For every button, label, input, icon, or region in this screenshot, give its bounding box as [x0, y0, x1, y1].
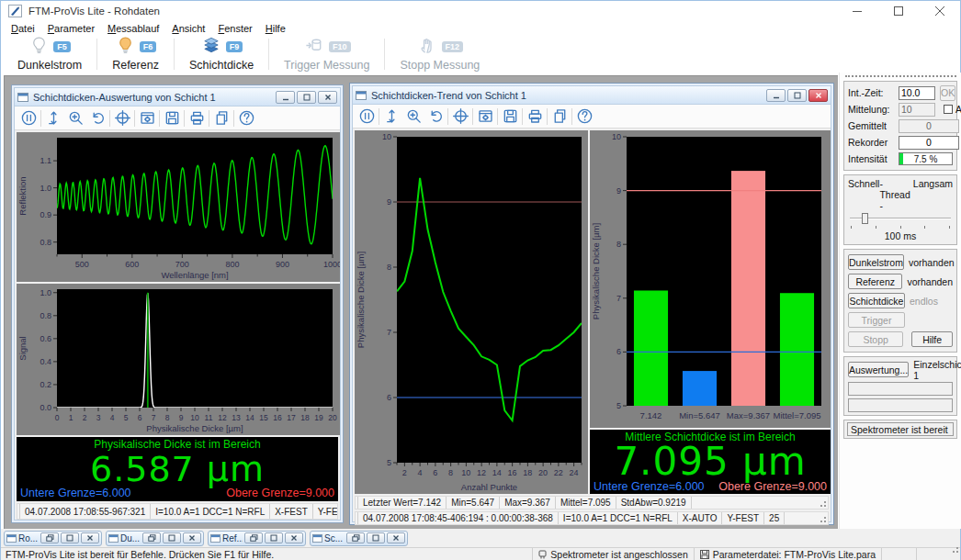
dock-gripper[interactable]	[845, 75, 956, 77]
svg-text:10: 10	[190, 413, 199, 422]
trend-statistics-status-bar: Letzter Wert=7.142Min=5.647Max=9.367Mitt…	[355, 496, 829, 510]
svg-text:700: 700	[175, 260, 189, 269]
auswertung-button[interactable]: Auswertung...	[848, 362, 909, 377]
trigger-button[interactable]: Trigger	[848, 312, 905, 328]
chart-toolbar-crosshair-icon[interactable]	[111, 108, 133, 129]
hilfe-button[interactable]: Hilfe	[911, 331, 953, 347]
mittelung-input[interactable]	[899, 103, 935, 117]
stopp-messung-button[interactable]: F12Stopp Messung	[387, 36, 492, 73]
child-minimize-icon[interactable]	[766, 89, 786, 102]
dunkelstrom-button[interactable]: Dunkelstrom	[848, 254, 904, 270]
maximize-icon[interactable]	[877, 1, 919, 21]
menu-item-messablauf[interactable]: Messablauf	[101, 22, 165, 35]
ok-button[interactable]: OK	[940, 85, 955, 101]
stopp-button[interactable]: Stopp	[848, 331, 903, 347]
child-titlebar[interactable]: Schichtdicken-Auswertung von Schicht 1	[15, 88, 340, 106]
chart-toolbar-pause-icon[interactable]	[17, 108, 40, 129]
close-icon[interactable]	[81, 532, 99, 543]
speed-slider[interactable]	[850, 212, 951, 225]
chart-toolbar-save-icon[interactable]	[499, 106, 521, 127]
schichtdicke-button[interactable]: Schichtdicke	[848, 293, 905, 308]
window-schichtdicken-trend[interactable]: Schichtdicken-Trend von Schicht 1 567891…	[349, 83, 834, 525]
chart-toolbar-copy-icon[interactable]	[548, 106, 571, 127]
chart-toolbar-help-icon[interactable]	[573, 106, 595, 127]
maximize-icon[interactable]	[367, 532, 385, 543]
chart-toolbar-chart-settings-icon[interactable]	[474, 106, 496, 127]
schichtdicke-button[interactable]: F9Schichtdicke	[176, 36, 266, 73]
menu-item-ansicht[interactable]: Ansicht	[165, 22, 211, 35]
maximize-icon[interactable]	[61, 532, 79, 543]
toolbar-separator	[268, 39, 269, 70]
window-schichtdicken-auswertung[interactable]: Schichtdicken-Auswertung von Schicht 1 0…	[11, 84, 344, 523]
status-segment: 04.07.2008 17:08:55-967:321	[19, 504, 151, 519]
menu-item-datei[interactable]: Datei	[5, 22, 41, 35]
titlebar: FTM-ProVis Lite - Rohdaten	[1, 1, 960, 21]
referenz-button[interactable]: F6Referenz	[99, 36, 172, 73]
chart-toolbar-pause-icon[interactable]	[356, 106, 378, 127]
chart-toolbar-zoom-in-icon[interactable]	[64, 108, 86, 129]
thickness-statistics-bar-chart: 56789107.142Min=5.647Max=9.367Mittel=7.0…	[590, 130, 831, 428]
chart-toolbar-chart-settings-icon[interactable]	[136, 108, 158, 129]
trigger-messung-button[interactable]: F10Trigger Messung	[271, 36, 382, 73]
an-checkbox[interactable]	[944, 105, 953, 114]
minimize-icon[interactable]	[836, 1, 877, 21]
svg-text:Max=9.367: Max=9.367	[727, 410, 770, 420]
close-icon[interactable]	[183, 532, 201, 543]
child-titlebar[interactable]: Schichtdicken-Trend von Schicht 1	[353, 86, 831, 105]
minimized-window-sc[interactable]: Sc...	[310, 531, 408, 546]
chart-toolbar-help-icon[interactable]	[235, 108, 257, 129]
restore-icon[interactable]	[40, 532, 59, 543]
restore-icon[interactable]	[346, 532, 365, 543]
rekorder-input[interactable]	[899, 136, 959, 150]
close-icon[interactable]	[387, 532, 405, 543]
close-icon[interactable]	[285, 532, 303, 543]
int-zeit-input[interactable]	[899, 86, 935, 100]
chart-window-icon	[210, 534, 220, 543]
svg-text:9: 9	[179, 413, 184, 422]
referenz-button[interactable]: Referenz	[848, 274, 902, 289]
chart-toolbar-crosshair-icon[interactable]	[449, 106, 471, 127]
maximize-icon[interactable]	[265, 532, 283, 543]
status-segment: X-AUTO	[678, 512, 723, 524]
minimized-window-ref[interactable]: Ref...	[208, 531, 306, 546]
speed-slider-group: Schnell - Thread - Langsam 100 ms	[843, 174, 957, 245]
chart-toolbar-fit-vertical-icon[interactable]	[380, 106, 402, 127]
resize-grip[interactable]	[819, 512, 828, 524]
chart-toolbar-undo-icon[interactable]	[424, 106, 447, 127]
chart-toolbar-print-icon[interactable]	[524, 106, 546, 127]
slider-ticks	[848, 226, 953, 229]
maximize-icon[interactable]	[163, 532, 181, 543]
slider-slow-label: Langsam	[913, 178, 953, 211]
restore-icon[interactable]	[244, 532, 263, 543]
auswertung-status: Einzelschicht 1	[913, 359, 961, 381]
chart-toolbar-print-icon[interactable]	[186, 108, 208, 129]
chart-toolbar-undo-icon[interactable]	[86, 108, 108, 129]
svg-text:14: 14	[245, 413, 254, 422]
menu-item-fenster[interactable]: Fenster	[211, 22, 258, 35]
child-close-icon[interactable]	[808, 89, 828, 102]
intensity-value: 7.5 %	[899, 153, 952, 164]
child-maximize-icon[interactable]	[787, 89, 807, 102]
restore-icon[interactable]	[142, 532, 161, 543]
window-controls	[836, 1, 960, 21]
menu-item-hilfe[interactable]: Hilfe	[259, 22, 292, 35]
slider-thumb[interactable]	[862, 213, 868, 224]
minimized-window-ro[interactable]: Ro...	[4, 531, 102, 546]
close-icon[interactable]	[919, 1, 960, 21]
resize-grip[interactable]	[819, 497, 828, 509]
menu-item-parameter[interactable]: Parameter	[41, 22, 101, 35]
svg-text:7: 7	[387, 328, 391, 337]
child-close-icon[interactable]	[318, 91, 337, 104]
dunkelstrom-button[interactable]: F5Dunkelstrom	[5, 36, 95, 73]
child-minimize-icon[interactable]	[276, 91, 295, 104]
child-maximize-icon[interactable]	[297, 91, 316, 104]
chart-toolbar-copy-icon[interactable]	[210, 108, 232, 129]
spectrometer-icon	[538, 550, 547, 559]
svg-text:20: 20	[328, 413, 337, 422]
chart-toolbar-fit-vertical-icon[interactable]	[42, 108, 64, 129]
status-segment: 04.07.2008 17:08:45-406:194 : 0.00:00:38…	[357, 512, 559, 524]
minimized-window-du[interactable]: Du...	[106, 531, 204, 546]
chart-toolbar-zoom-in-icon[interactable]	[402, 106, 424, 127]
chart-toolbar-save-icon[interactable]	[161, 108, 183, 129]
status-segment: I=10.0 A=1 DCC=1 N=RFL	[559, 512, 678, 524]
